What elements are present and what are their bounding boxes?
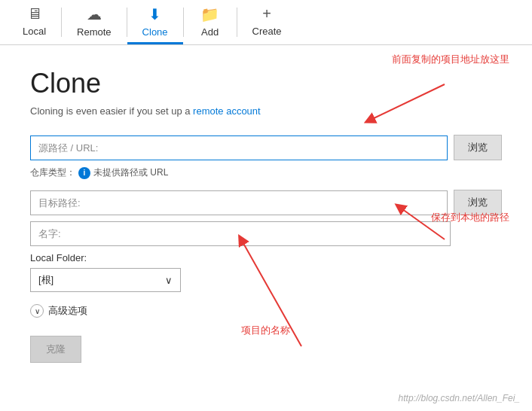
subtitle-text: Cloning is even easier if you set up a bbox=[30, 105, 193, 117]
toolbar-item-clone[interactable]: ⬇ Clone bbox=[127, 0, 183, 44]
browse-target-button[interactable]: 浏览 bbox=[454, 190, 502, 215]
advanced-options-label: 高级选项 bbox=[48, 304, 87, 318]
chevron-circle-icon: ∨ bbox=[30, 304, 44, 318]
subtitle: Cloning is even easier if you set up a r… bbox=[30, 105, 502, 117]
target-path-row: 浏览 bbox=[30, 190, 502, 215]
local-folder-label: Local Folder: bbox=[30, 252, 502, 263]
remote-icon: ☁ bbox=[87, 5, 102, 23]
toolbar-item-add[interactable]: 📁 Add bbox=[184, 0, 237, 44]
target-path-wrapper bbox=[30, 190, 448, 215]
chevron-down-icon: ∨ bbox=[165, 275, 173, 286]
info-icon[interactable]: i bbox=[78, 167, 90, 179]
remote-account-link[interactable]: remote account bbox=[193, 105, 261, 117]
annotation-bottom-middle: 项目的名称 bbox=[241, 324, 290, 337]
add-folder-icon: 📁 bbox=[200, 5, 219, 23]
local-folder-select[interactable]: [根] ∨ bbox=[30, 268, 181, 292]
name-wrapper bbox=[30, 221, 451, 246]
repo-type-hint-text: 未提供路径或 URL bbox=[93, 166, 168, 179]
browse-source-button[interactable]: 浏览 bbox=[454, 135, 502, 160]
repo-type-hint-row: 仓库类型： i 未提供路径或 URL bbox=[30, 166, 502, 179]
target-path-input[interactable] bbox=[31, 191, 447, 215]
create-icon: + bbox=[262, 5, 271, 23]
toolbar-item-create[interactable]: + Create bbox=[237, 0, 297, 44]
name-input[interactable] bbox=[31, 222, 450, 245]
main-content: Clone Cloning is even easier if you set … bbox=[0, 45, 532, 411]
local-icon: 🖥 bbox=[27, 5, 42, 23]
local-folder-value: [根] bbox=[38, 273, 54, 287]
source-url-input[interactable] bbox=[31, 136, 447, 160]
repo-type-label: 仓库类型： bbox=[30, 166, 75, 179]
annotation-top-right: 前面复制的项目地址放这里 bbox=[392, 53, 509, 66]
toolbar-label-create: Create bbox=[252, 26, 282, 37]
page-title: Clone bbox=[30, 68, 502, 99]
clone-button[interactable]: 克隆 bbox=[30, 336, 81, 363]
source-url-row: 浏览 bbox=[30, 135, 502, 160]
toolbar-label-clone: Clone bbox=[142, 26, 168, 38]
toolbar-label-local: Local bbox=[23, 26, 46, 37]
watermark: http://blog.csdn.net/Allen_Fei_ bbox=[399, 393, 520, 403]
toolbar-item-local[interactable]: 🖥 Local bbox=[8, 0, 61, 44]
source-url-wrapper bbox=[30, 135, 448, 160]
clone-icon: ⬇ bbox=[148, 5, 161, 23]
name-row bbox=[30, 221, 502, 246]
toolbar: 🖥 Local ☁ Remote ⬇ Clone 📁 Add + Create bbox=[0, 0, 532, 45]
toolbar-label-add: Add bbox=[201, 26, 219, 38]
advanced-options-row[interactable]: ∨ 高级选项 bbox=[30, 304, 502, 318]
toolbar-item-remote[interactable]: ☁ Remote bbox=[62, 0, 127, 44]
toolbar-label-remote: Remote bbox=[77, 26, 112, 38]
